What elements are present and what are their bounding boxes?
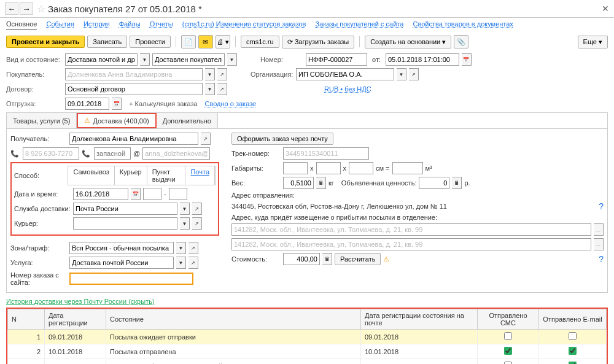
tab-delivery[interactable]: ⚠Доставка (400,00) [77,113,156,128]
serv-input[interactable] [69,257,174,269]
time-from-input[interactable] [143,188,161,200]
zone-open-icon[interactable]: ↗ [188,242,198,254]
time-to-input[interactable] [169,188,187,200]
serv-open-icon[interactable]: ↗ [188,257,198,269]
buyer-open-icon[interactable]: ↗ [217,68,227,80]
print-icon-button[interactable]: 🖨 ▾ [216,35,230,48]
help-icon[interactable]: ? [599,254,604,264]
email-checkbox[interactable] [569,362,577,364]
cost-input[interactable] [283,253,320,265]
email-checkbox[interactable] [569,332,577,340]
datetime-calendar-icon[interactable]: 📅 [131,188,141,200]
recipient-open-icon[interactable]: ↗ [201,133,211,145]
addr2-input[interactable] [231,238,591,250]
org-dropdown-icon[interactable]: ▼ [397,68,406,80]
type-select[interactable] [65,53,138,66]
post-button[interactable]: Провести [130,36,171,48]
tab-history[interactable]: История [84,20,110,28]
close-icon[interactable]: ✕ [602,4,609,14]
calendar-icon[interactable]: 📅 [462,53,472,66]
table-row[interactable]: 312.01.2018Посылка прибыла в сортировочн… [8,359,607,365]
type-dropdown-icon[interactable]: ▼ [140,53,150,66]
site-order-input[interactable] [69,273,193,285]
help-icon[interactable]: ? [599,201,604,211]
tab-extra[interactable]: Дополнительно [157,113,218,128]
currency-link[interactable]: RUB • без НДС [324,85,371,93]
buyer-dropdown-icon[interactable]: ▼ [205,68,215,80]
tab-main[interactable]: Основное [6,20,37,29]
track-input[interactable] [283,147,369,160]
save-button[interactable]: Записать [87,36,127,48]
email-input[interactable] [142,147,210,160]
load-orders-button[interactable]: ⟳ Загрузить заказы [282,36,355,48]
courier-dropdown-icon[interactable]: ▼ [180,217,190,230]
service-open-icon[interactable]: ↗ [192,203,202,215]
table-row[interactable]: 109.01.2018Посылка ожидает отправки09.01… [8,330,607,344]
history-toggle-link[interactable]: История доставки через Почту России (скр… [0,295,614,308]
back-button[interactable]: ← [5,2,18,15]
post-close-button[interactable]: Провести и закрыть [6,36,85,48]
state-dropdown-icon[interactable]: ▼ [227,53,237,66]
addr2-edit-icon[interactable]: … [594,238,604,250]
org-input[interactable] [296,68,394,80]
dim-h-input[interactable] [349,162,373,174]
tab-files[interactable]: Файлы [119,20,141,28]
summary-link[interactable]: Сводно о заказе [205,100,257,107]
star-icon[interactable]: ☆ [37,3,45,15]
doc-icon-button[interactable]: 📄 [181,35,196,48]
buyer-input[interactable] [65,68,203,80]
table-row[interactable]: 210.01.2018Посылка отправлена10.01.2018 [8,344,607,359]
number-input[interactable] [306,53,367,66]
tab-cms-status[interactable]: (cms1c.ru) Изменения статусов заказов [182,20,306,28]
sms-checkbox[interactable] [504,347,512,355]
method-pickup[interactable]: Пункт выдачи [147,166,186,185]
tab-props[interactable]: Свойства товаров в документах [413,20,513,28]
tab-reports[interactable]: Отчеты [150,20,173,28]
zone-dropdown-icon[interactable]: ▼ [176,242,186,254]
dim-l-input[interactable] [283,162,308,174]
attach-icon-button[interactable]: 📎 [454,35,468,48]
method-self[interactable]: Самовывоз [68,166,114,185]
service-input[interactable] [73,203,177,215]
calc-button[interactable]: Рассчитать [335,253,381,265]
cost-calc-icon[interactable]: 🖩 [322,253,332,265]
date-input[interactable] [386,53,459,66]
mail-icon-button[interactable]: ✉ [198,35,213,48]
recipient-input[interactable] [69,133,198,145]
mail-order-button[interactable]: Оформить заказ через почту [231,133,333,145]
method-courier[interactable]: Курьер [115,166,147,185]
cms-button[interactable]: cms1c.ru [241,36,279,48]
zone-input[interactable] [69,242,174,254]
serv-dropdown-icon[interactable]: ▼ [176,257,186,269]
service-dropdown-icon[interactable]: ▼ [180,203,190,215]
sms-checkbox[interactable] [504,362,512,364]
shipment-calendar-icon[interactable]: 📅 [112,98,122,110]
contract-dropdown-icon[interactable]: ▼ [205,83,215,95]
state-select[interactable] [152,53,225,66]
create-based-button[interactable]: Создать на основании ▾ [365,36,451,48]
dim-w-input[interactable] [316,162,341,174]
tab-goods[interactable]: Товары, услуги (5) [7,113,77,128]
phone2-input[interactable] [94,147,131,160]
forward-button[interactable]: → [20,2,33,15]
sms-checkbox[interactable] [504,332,512,340]
email-checkbox[interactable] [569,347,577,355]
more-button[interactable]: Еще ▾ [578,36,608,48]
method-post[interactable]: Почта [185,166,215,185]
tab-events[interactable]: События [46,20,74,28]
addr-notice-edit-icon[interactable]: … [594,223,604,236]
shipment-date-input[interactable] [65,98,109,110]
contract-open-icon[interactable]: ↗ [217,83,227,95]
contract-input[interactable] [65,83,203,95]
volume-input[interactable] [392,162,423,174]
phone1-input[interactable] [23,147,79,160]
courier-open-icon[interactable]: ↗ [192,217,202,230]
declared-calc-icon[interactable]: 🖩 [452,177,462,189]
datetime-input[interactable] [73,188,128,200]
courier-input[interactable] [73,217,177,230]
weight-input[interactable] [283,177,314,189]
tab-site-orders[interactable]: Заказы покупателей с сайта [315,20,403,28]
org-open-icon[interactable]: ↗ [409,68,419,80]
addr-notice-input[interactable] [231,223,591,236]
declared-input[interactable] [419,177,449,189]
